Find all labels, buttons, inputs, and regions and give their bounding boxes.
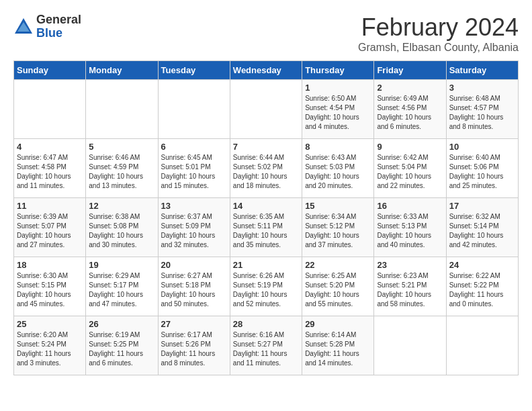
day-info: Sunrise: 6:38 AM Sunset: 5:08 PM Dayligh…	[89, 212, 154, 250]
day-number: 11	[17, 201, 83, 211]
day-number: 6	[161, 142, 227, 152]
day-info: Sunrise: 6:50 AM Sunset: 4:54 PM Dayligh…	[305, 94, 371, 132]
calendar-table: SundayMondayTuesdayWednesdayThursdayFrid…	[13, 60, 519, 375]
day-number: 9	[377, 142, 443, 152]
logo-blue: Blue	[36, 27, 81, 40]
calendar-cell	[230, 80, 302, 139]
day-info: Sunrise: 6:26 AM Sunset: 5:19 PM Dayligh…	[233, 271, 299, 309]
day-number: 28	[233, 319, 299, 329]
calendar-cell: 8Sunrise: 6:43 AM Sunset: 5:03 PM Daylig…	[302, 139, 374, 198]
calendar-cell: 10Sunrise: 6:40 AM Sunset: 5:06 PM Dayli…	[446, 139, 518, 198]
day-number: 21	[233, 260, 299, 270]
day-number: 7	[233, 142, 299, 152]
day-number: 1	[305, 83, 371, 93]
day-info: Sunrise: 6:46 AM Sunset: 4:59 PM Dayligh…	[89, 153, 154, 191]
column-header-thursday: Thursday	[302, 61, 374, 80]
calendar-cell: 29Sunrise: 6:14 AM Sunset: 5:28 PM Dayli…	[302, 316, 374, 375]
calendar-cell: 26Sunrise: 6:19 AM Sunset: 5:25 PM Dayli…	[86, 316, 158, 375]
day-info: Sunrise: 6:35 AM Sunset: 5:11 PM Dayligh…	[233, 212, 299, 250]
calendar-cell: 22Sunrise: 6:25 AM Sunset: 5:20 PM Dayli…	[302, 257, 374, 316]
calendar-cell: 1Sunrise: 6:50 AM Sunset: 4:54 PM Daylig…	[302, 80, 374, 139]
day-number: 10	[449, 142, 515, 152]
day-info: Sunrise: 6:34 AM Sunset: 5:12 PM Dayligh…	[305, 212, 371, 250]
logo: General Blue	[13, 13, 81, 40]
calendar-week-row: 4Sunrise: 6:47 AM Sunset: 4:58 PM Daylig…	[14, 139, 519, 198]
calendar-cell: 13Sunrise: 6:37 AM Sunset: 5:09 PM Dayli…	[158, 198, 230, 257]
calendar-cell: 24Sunrise: 6:22 AM Sunset: 5:22 PM Dayli…	[446, 257, 518, 316]
day-info: Sunrise: 6:19 AM Sunset: 5:25 PM Dayligh…	[89, 330, 154, 368]
day-info: Sunrise: 6:37 AM Sunset: 5:09 PM Dayligh…	[161, 212, 227, 250]
day-info: Sunrise: 6:47 AM Sunset: 4:58 PM Dayligh…	[17, 153, 83, 191]
day-info: Sunrise: 6:25 AM Sunset: 5:20 PM Dayligh…	[305, 271, 371, 309]
calendar-cell	[446, 316, 518, 375]
column-header-saturday: Saturday	[446, 61, 518, 80]
calendar-cell: 7Sunrise: 6:44 AM Sunset: 5:02 PM Daylig…	[230, 139, 302, 198]
calendar-week-row: 25Sunrise: 6:20 AM Sunset: 5:24 PM Dayli…	[14, 316, 519, 375]
calendar-cell: 6Sunrise: 6:45 AM Sunset: 5:01 PM Daylig…	[158, 139, 230, 198]
day-info: Sunrise: 6:44 AM Sunset: 5:02 PM Dayligh…	[233, 153, 299, 191]
calendar-cell	[374, 316, 446, 375]
day-info: Sunrise: 6:42 AM Sunset: 5:04 PM Dayligh…	[377, 153, 443, 191]
column-header-sunday: Sunday	[14, 61, 86, 80]
calendar-cell: 17Sunrise: 6:32 AM Sunset: 5:14 PM Dayli…	[446, 198, 518, 257]
calendar-cell: 16Sunrise: 6:33 AM Sunset: 5:13 PM Dayli…	[374, 198, 446, 257]
day-info: Sunrise: 6:48 AM Sunset: 4:57 PM Dayligh…	[449, 94, 515, 132]
day-number: 5	[89, 142, 154, 152]
day-info: Sunrise: 6:30 AM Sunset: 5:15 PM Dayligh…	[17, 271, 83, 309]
day-number: 8	[305, 142, 371, 152]
calendar-cell: 18Sunrise: 6:30 AM Sunset: 5:15 PM Dayli…	[14, 257, 86, 316]
calendar-cell	[86, 80, 158, 139]
calendar-cell: 15Sunrise: 6:34 AM Sunset: 5:12 PM Dayli…	[302, 198, 374, 257]
calendar-cell: 5Sunrise: 6:46 AM Sunset: 4:59 PM Daylig…	[86, 139, 158, 198]
column-header-friday: Friday	[374, 61, 446, 80]
calendar-cell	[14, 80, 86, 139]
day-number: 19	[89, 260, 154, 270]
calendar-cell: 20Sunrise: 6:27 AM Sunset: 5:18 PM Dayli…	[158, 257, 230, 316]
calendar-cell: 25Sunrise: 6:20 AM Sunset: 5:24 PM Dayli…	[14, 316, 86, 375]
day-number: 4	[17, 142, 83, 152]
day-number: 24	[449, 260, 515, 270]
calendar-cell: 21Sunrise: 6:26 AM Sunset: 5:19 PM Dayli…	[230, 257, 302, 316]
logo-text: General Blue	[36, 13, 81, 40]
calendar-cell	[158, 80, 230, 139]
day-number: 27	[161, 319, 227, 329]
month-title: February 2024	[358, 13, 519, 42]
calendar-cell: 2Sunrise: 6:49 AM Sunset: 4:56 PM Daylig…	[374, 80, 446, 139]
day-info: Sunrise: 6:29 AM Sunset: 5:17 PM Dayligh…	[89, 271, 154, 309]
calendar-cell: 3Sunrise: 6:48 AM Sunset: 4:57 PM Daylig…	[446, 80, 518, 139]
page-header: General Blue February 2024 Gramsh, Elbas…	[13, 13, 519, 54]
title-section: February 2024 Gramsh, Elbasan County, Al…	[358, 13, 519, 54]
location-subtitle: Gramsh, Elbasan County, Albania	[358, 42, 519, 54]
logo-icon	[13, 17, 34, 37]
calendar-cell: 19Sunrise: 6:29 AM Sunset: 5:17 PM Dayli…	[86, 257, 158, 316]
day-number: 18	[17, 260, 83, 270]
day-info: Sunrise: 6:16 AM Sunset: 5:27 PM Dayligh…	[233, 330, 299, 368]
day-number: 15	[305, 201, 371, 211]
calendar-cell: 27Sunrise: 6:17 AM Sunset: 5:26 PM Dayli…	[158, 316, 230, 375]
day-number: 25	[17, 319, 83, 329]
calendar-cell: 28Sunrise: 6:16 AM Sunset: 5:27 PM Dayli…	[230, 316, 302, 375]
day-info: Sunrise: 6:45 AM Sunset: 5:01 PM Dayligh…	[161, 153, 227, 191]
day-number: 2	[377, 83, 443, 93]
day-info: Sunrise: 6:32 AM Sunset: 5:14 PM Dayligh…	[449, 212, 515, 250]
calendar-header-row: SundayMondayTuesdayWednesdayThursdayFrid…	[14, 61, 519, 80]
calendar-week-row: 1Sunrise: 6:50 AM Sunset: 4:54 PM Daylig…	[14, 80, 519, 139]
day-info: Sunrise: 6:49 AM Sunset: 4:56 PM Dayligh…	[377, 94, 443, 132]
day-info: Sunrise: 6:39 AM Sunset: 5:07 PM Dayligh…	[17, 212, 83, 250]
day-number: 26	[89, 319, 154, 329]
calendar-cell: 4Sunrise: 6:47 AM Sunset: 4:58 PM Daylig…	[14, 139, 86, 198]
calendar-cell: 23Sunrise: 6:23 AM Sunset: 5:21 PM Dayli…	[374, 257, 446, 316]
day-number: 23	[377, 260, 443, 270]
day-info: Sunrise: 6:23 AM Sunset: 5:21 PM Dayligh…	[377, 271, 443, 309]
calendar-cell: 9Sunrise: 6:42 AM Sunset: 5:04 PM Daylig…	[374, 139, 446, 198]
day-info: Sunrise: 6:20 AM Sunset: 5:24 PM Dayligh…	[17, 330, 83, 368]
day-info: Sunrise: 6:43 AM Sunset: 5:03 PM Dayligh…	[305, 153, 371, 191]
column-header-wednesday: Wednesday	[230, 61, 302, 80]
day-number: 22	[305, 260, 371, 270]
day-number: 14	[233, 201, 299, 211]
logo-general: General	[36, 13, 81, 27]
day-number: 12	[89, 201, 154, 211]
day-info: Sunrise: 6:40 AM Sunset: 5:06 PM Dayligh…	[449, 153, 515, 191]
day-number: 17	[449, 201, 515, 211]
day-info: Sunrise: 6:17 AM Sunset: 5:26 PM Dayligh…	[161, 330, 227, 368]
